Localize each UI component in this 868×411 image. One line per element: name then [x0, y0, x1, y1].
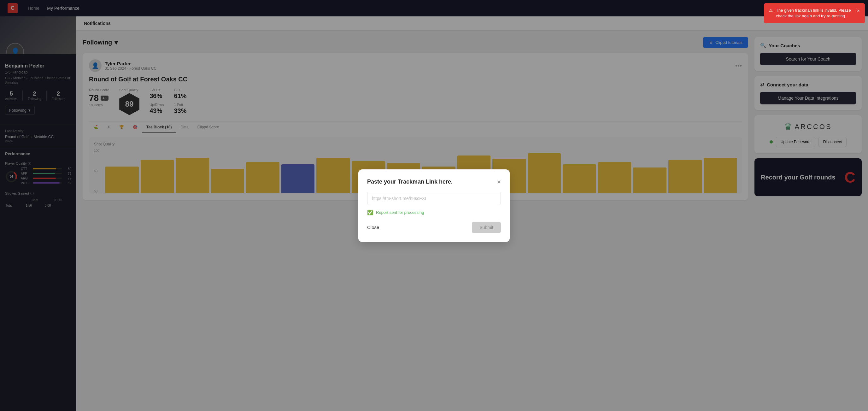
- toast-warning-icon: ⚠: [769, 7, 773, 13]
- modal-submit-button[interactable]: Submit: [472, 222, 501, 233]
- modal-header: Paste your Trackman Link here. ×: [367, 178, 501, 186]
- modal-actions: Close Submit: [367, 222, 501, 233]
- toast-close-icon[interactable]: ×: [857, 7, 860, 14]
- modal-success-message: ✅ Report sent for processing: [367, 210, 501, 215]
- success-check-icon: ✅: [367, 210, 373, 215]
- toast-message: The given trackman link is invalid. Plea…: [776, 7, 854, 19]
- trackman-modal: Paste your Trackman Link here. × ✅ Repor…: [358, 169, 510, 242]
- success-text: Report sent for processing: [376, 210, 424, 215]
- modal-close-x-button[interactable]: ×: [497, 178, 501, 186]
- error-toast: ⚠ The given trackman link is invalid. Pl…: [764, 3, 865, 23]
- modal-title: Paste your Trackman Link here.: [367, 179, 453, 185]
- modal-close-button[interactable]: Close: [367, 225, 379, 230]
- modal-overlay[interactable]: Paste your Trackman Link here. × ✅ Repor…: [0, 0, 868, 411]
- trackman-link-input[interactable]: [367, 192, 501, 205]
